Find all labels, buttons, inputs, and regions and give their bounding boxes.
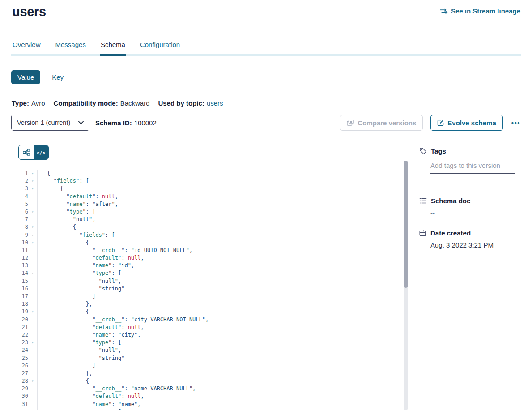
editor-view-toggle: </>	[18, 145, 49, 160]
code-line: 30 "default": null,	[11, 393, 412, 400]
line-number: 15	[11, 278, 28, 285]
code-text: "fields": [	[38, 231, 412, 239]
code-text: "type": [	[38, 208, 412, 216]
tab-messages[interactable]: Messages	[55, 41, 86, 56]
code-line: 22 "name": "city",	[11, 331, 412, 339]
fold-toggle-icon[interactable]: ▾	[28, 339, 38, 346]
code-line: 1▾{	[11, 170, 412, 177]
fold-toggle-icon[interactable]: ▾	[28, 170, 38, 177]
fold-toggle-icon[interactable]: ▾	[28, 185, 38, 192]
schema-doc-title: Schema doc	[431, 197, 470, 205]
stream-lineage-label: See in Stream lineage	[451, 7, 520, 15]
fold-toggle-icon[interactable]: ▾	[28, 177, 38, 185]
code-text: {	[38, 170, 412, 177]
sidebar-divider	[419, 184, 514, 184]
tree-view-button[interactable]	[19, 145, 34, 159]
fold-gutter	[28, 300, 38, 308]
code-text: "name": "after",	[38, 201, 412, 208]
code-line: 11 "__crdb__": "id UUID NOT NULL",	[11, 247, 412, 254]
schema-page: users See in Stream lineage Overview Mes…	[0, 0, 532, 410]
code-line: 24 "null",	[11, 346, 412, 354]
value-toggle-button[interactable]: Value	[11, 70, 40, 84]
code-line: 6▾ "type": [	[11, 208, 412, 216]
line-number: 3	[11, 185, 28, 192]
tab-bar: Overview Messages Schema Configuration	[11, 41, 521, 56]
add-tags-input[interactable]	[430, 161, 515, 174]
code-text: "type": [	[38, 269, 412, 277]
fold-gutter	[28, 316, 38, 324]
list-icon	[419, 197, 427, 204]
value-key-toggle: Value Key	[11, 70, 532, 84]
line-number: 19	[11, 308, 28, 316]
chevron-down-icon	[78, 121, 84, 124]
tree-view-icon	[23, 149, 30, 156]
code-text: "string"	[38, 354, 412, 362]
fold-gutter	[28, 393, 38, 400]
code-line: 18 },	[11, 300, 412, 308]
fold-toggle-icon[interactable]: ▾	[28, 239, 38, 247]
line-number: 2	[11, 177, 28, 185]
code-text: {	[38, 223, 412, 231]
version-select[interactable]: Version 1 (current)	[11, 115, 89, 131]
type-field: Type:Avro	[12, 99, 45, 107]
line-number: 21	[11, 324, 28, 331]
fold-toggle-icon[interactable]: ▾	[28, 408, 38, 410]
edit-square-icon	[437, 120, 444, 126]
tab-configuration[interactable]: Configuration	[140, 41, 180, 56]
code-text: {	[38, 377, 412, 385]
code-text: "default": null,	[38, 193, 412, 201]
code-text: "default": null,	[38, 393, 412, 400]
evolve-schema-button[interactable]: Evolve schema	[430, 115, 502, 131]
code-view-button[interactable]: </>	[34, 145, 48, 159]
tag-icon	[419, 147, 427, 155]
used-by-topic-field: Used by topic:users	[158, 99, 223, 107]
fold-toggle-icon[interactable]: ▾	[28, 308, 38, 316]
schema-editor: </> 1▾{2▾ "fields": [3▾ {4 "default": nu…	[11, 137, 412, 410]
tab-schema[interactable]: Schema	[100, 41, 126, 56]
schema-id-label: Schema ID:	[95, 119, 132, 127]
fold-toggle-icon[interactable]: ▾	[28, 377, 38, 385]
date-created-header: Date created	[419, 229, 514, 237]
schema-code[interactable]: 1▾{2▾ "fields": [3▾ {4 "default": null,5…	[11, 170, 412, 410]
line-number: 7	[11, 216, 28, 223]
fold-toggle-icon[interactable]: ▾	[28, 223, 38, 231]
see-in-stream-lineage-link[interactable]: See in Stream lineage	[440, 7, 520, 15]
code-line: 20 "__crdb__": "city VARCHAR NOT NULL",	[11, 316, 412, 324]
line-number: 23	[11, 339, 28, 346]
tab-overview[interactable]: Overview	[12, 41, 41, 56]
fold-gutter	[28, 370, 38, 377]
compatibility-label: Compatibility mode:	[53, 99, 118, 107]
code-text: {	[38, 185, 412, 192]
code-text: "__crdb__": "id UUID NOT NULL",	[38, 247, 412, 254]
fold-toggle-icon[interactable]: ▾	[28, 231, 38, 239]
fold-gutter	[28, 254, 38, 262]
line-number: 22	[11, 331, 28, 339]
compatibility-value: Backward	[120, 99, 150, 107]
evolve-schema-label: Evolve schema	[447, 119, 496, 127]
version-select-value: Version 1 (current)	[17, 119, 70, 126]
code-line: 16 "string"	[11, 285, 412, 293]
type-value: Avro	[31, 99, 45, 107]
code-text: "name": "id",	[38, 262, 412, 269]
fold-toggle-icon[interactable]: ▾	[28, 269, 38, 277]
code-line: 28▾ {	[11, 377, 412, 385]
key-toggle-link[interactable]: Key	[52, 73, 64, 81]
editor-scrollbar-thumb[interactable]	[404, 161, 408, 288]
version-bar-actions: Compare versions Evolve schema •••	[340, 115, 521, 131]
code-text: "null",	[38, 216, 412, 223]
topic-link[interactable]: users	[207, 99, 223, 107]
compare-versions-icon	[347, 120, 354, 126]
code-line: 21 "default": null,	[11, 324, 412, 331]
date-created-value: Aug. 3 2022 3:21 PM	[430, 241, 514, 249]
fold-gutter	[28, 331, 38, 339]
line-number: 18	[11, 300, 28, 308]
line-number: 13	[11, 262, 28, 269]
fold-toggle-icon[interactable]: ▾	[28, 208, 38, 216]
compare-versions-button[interactable]: Compare versions	[340, 115, 423, 131]
editor-scrollbar-track[interactable]	[404, 161, 408, 410]
used-by-topic-label: Used by topic:	[158, 99, 204, 107]
code-text: "default": null,	[38, 324, 412, 331]
code-text: {	[38, 239, 412, 247]
line-number: 11	[11, 247, 28, 254]
more-options-button[interactable]: •••	[511, 117, 521, 128]
